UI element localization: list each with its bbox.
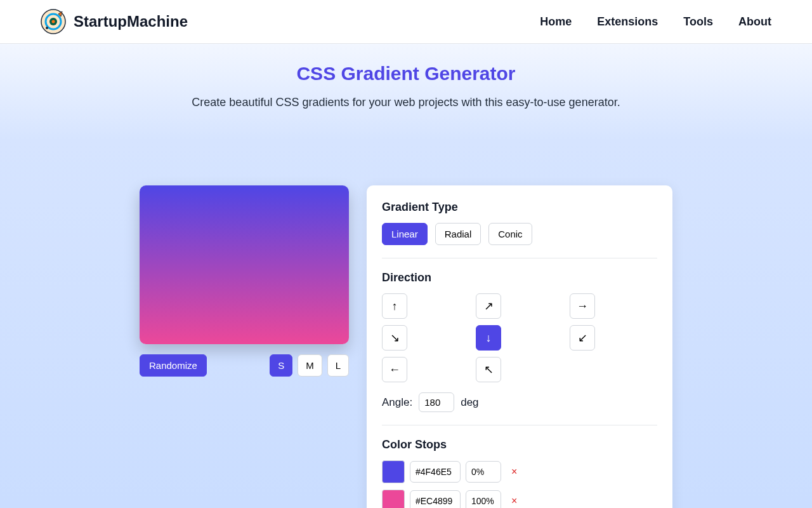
settings-panel: Gradient Type Linear Radial Conic Direct… xyxy=(367,185,672,508)
size-button-s[interactable]: S xyxy=(270,354,292,377)
gradient-preview xyxy=(140,185,349,344)
direction-down-right[interactable]: ↘ xyxy=(382,325,407,351)
arrow-down-icon: ↓ xyxy=(486,331,492,345)
section-color-stops: Color Stops × × xyxy=(382,438,657,508)
close-icon: × xyxy=(511,466,517,477)
section-gradient-type: Gradient Type Linear Radial Conic xyxy=(382,201,657,258)
preview-controls: Randomize S M L xyxy=(140,354,349,377)
page-title: CSS Gradient Generator xyxy=(13,63,799,84)
hero: CSS Gradient Generator Create beautiful … xyxy=(0,44,812,116)
brand-name: StartupMachine xyxy=(74,13,188,30)
nav-link-extensions[interactable]: Extensions xyxy=(597,15,658,29)
arrow-up-left-icon: ↖ xyxy=(484,363,494,377)
direction-up-right[interactable]: ↗ xyxy=(476,293,501,319)
page-subtitle: Create beautiful CSS gradients for your … xyxy=(13,96,799,109)
direction-grid: ↑ ↗ → ↘ ↓ ↙ ← ↖ xyxy=(382,293,657,382)
angle-input[interactable] xyxy=(419,392,454,412)
direction-down-left[interactable]: ↙ xyxy=(570,325,595,351)
gradient-type-group: Linear Radial Conic xyxy=(382,223,657,245)
arrow-down-right-icon: ↘ xyxy=(390,331,400,345)
nav-link-about[interactable]: About xyxy=(738,15,771,29)
nav-links: Home Extensions Tools About xyxy=(540,15,771,29)
arrow-down-left-icon: ↙ xyxy=(578,331,587,345)
nav-link-tools[interactable]: Tools xyxy=(683,15,713,29)
size-button-m[interactable]: M xyxy=(298,354,322,377)
direction-down[interactable]: ↓ xyxy=(476,325,501,351)
color-position-input[interactable] xyxy=(466,461,501,483)
arrow-up-right-icon: ↗ xyxy=(484,299,494,313)
direction-right[interactable]: → xyxy=(570,293,595,319)
brand-logo-icon xyxy=(41,9,66,34)
svg-point-4 xyxy=(46,27,48,29)
angle-unit: deg xyxy=(461,396,478,409)
left-column: Randomize S M L xyxy=(140,185,349,377)
main-container: Randomize S M L Gradient Type Linear Rad… xyxy=(127,185,685,508)
section-direction: Direction ↑ ↗ → ↘ ↓ ↙ ← ↖ Angle: deg xyxy=(382,271,657,425)
type-button-conic[interactable]: Conic xyxy=(488,223,532,245)
top-nav: StartupMachine Home Extensions Tools Abo… xyxy=(0,0,812,44)
size-button-l[interactable]: L xyxy=(327,354,349,377)
size-group: S M L xyxy=(270,354,349,377)
type-button-linear[interactable]: Linear xyxy=(382,223,428,245)
direction-up[interactable]: ↑ xyxy=(382,293,407,319)
angle-row: Angle: deg xyxy=(382,392,657,412)
brand[interactable]: StartupMachine xyxy=(41,9,188,34)
arrow-left-icon: ← xyxy=(389,363,400,377)
direction-left[interactable]: ← xyxy=(382,357,407,382)
nav-link-home[interactable]: Home xyxy=(540,15,572,29)
gradient-type-heading: Gradient Type xyxy=(382,201,657,214)
randomize-button[interactable]: Randomize xyxy=(140,354,207,377)
type-button-radial[interactable]: Radial xyxy=(435,223,481,245)
arrow-up-icon: ↑ xyxy=(392,300,398,313)
svg-point-3 xyxy=(52,20,55,23)
direction-heading: Direction xyxy=(382,271,657,284)
remove-stop-button[interactable]: × xyxy=(506,495,522,507)
close-icon: × xyxy=(511,495,517,506)
color-hex-input[interactable] xyxy=(410,461,461,483)
color-stop-row: × xyxy=(382,490,657,508)
angle-label: Angle: xyxy=(382,396,412,409)
color-position-input[interactable] xyxy=(466,490,501,508)
direction-up-left[interactable]: ↖ xyxy=(476,357,501,382)
color-stop-row: × xyxy=(382,460,657,483)
color-hex-input[interactable] xyxy=(410,490,461,508)
remove-stop-button[interactable]: × xyxy=(506,466,522,478)
color-stops-heading: Color Stops xyxy=(382,438,657,451)
color-swatch[interactable] xyxy=(382,460,405,483)
color-swatch[interactable] xyxy=(382,490,405,508)
arrow-right-icon: → xyxy=(577,300,588,313)
